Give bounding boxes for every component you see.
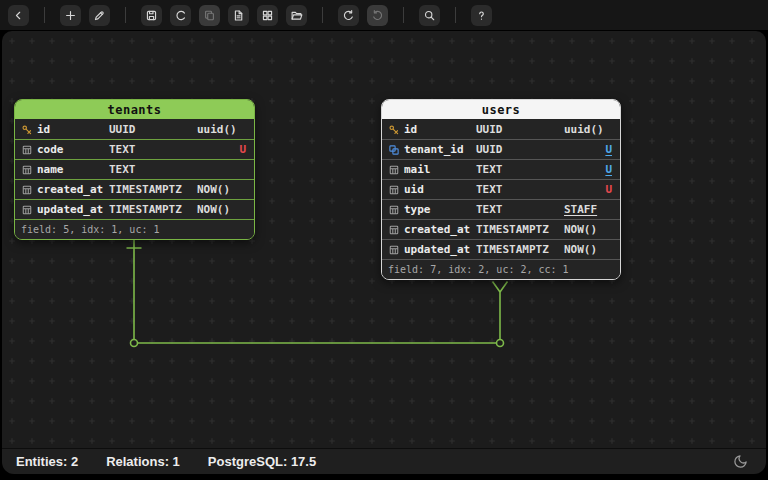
toolbar — [0, 0, 768, 30]
field-row-updated_at[interactable]: updated_atTIMESTAMPTZNOW() — [15, 199, 254, 219]
field-unique-marker: U — [605, 163, 612, 176]
open-folder-button[interactable] — [286, 5, 307, 26]
field-name: mail — [404, 163, 476, 176]
fk-icon — [388, 144, 404, 156]
key-icon — [388, 124, 404, 136]
back-icon — [12, 9, 25, 22]
field-default: NOW() — [197, 203, 242, 216]
back-button[interactable] — [8, 5, 29, 26]
edit-button[interactable] — [89, 5, 110, 26]
table-header-users[interactable]: users — [382, 100, 620, 119]
entity-table-users[interactable]: usersidUUIDuuid()tenant_idUUIDUmailTEXTU… — [381, 99, 621, 280]
undo-icon — [342, 9, 355, 22]
field-name: created_at — [404, 223, 476, 236]
toolbar-divider — [322, 7, 323, 23]
help-button[interactable] — [471, 5, 492, 26]
field-type: TIMESTAMPTZ — [476, 223, 564, 236]
templates-button[interactable] — [257, 5, 278, 26]
field-name: id — [37, 123, 109, 136]
edit-icon — [93, 9, 106, 22]
moon-icon — [733, 454, 748, 469]
field-row-name[interactable]: nameTEXT — [15, 159, 254, 179]
field-default: uuid() — [197, 123, 242, 136]
field-icon — [21, 184, 37, 196]
add-table-icon — [64, 9, 77, 22]
field-icon — [388, 224, 404, 236]
theme-toggle-button[interactable] — [730, 452, 750, 472]
field-name: uid — [404, 183, 476, 196]
field-default: STAFF — [564, 203, 608, 216]
field-row-uid[interactable]: uidTEXTU — [382, 179, 620, 199]
field-type: TIMESTAMPTZ — [109, 203, 197, 216]
field-default: NOW() — [564, 223, 608, 236]
field-unique-marker: U — [605, 183, 612, 196]
relation-bend-handle[interactable] — [131, 340, 138, 347]
duplicate-button — [199, 5, 220, 26]
field-icon — [21, 204, 37, 216]
entity-table-tenants[interactable]: tenantsidUUIDuuid()codeTEXTUnameTEXTcrea… — [14, 99, 255, 240]
field-row-updated_at[interactable]: updated_atTIMESTAMPTZNOW() — [382, 239, 620, 259]
help-icon — [475, 9, 488, 22]
relation-bend-handle[interactable] — [497, 340, 504, 347]
field-icon — [388, 164, 404, 176]
export-file-button[interactable] — [228, 5, 249, 26]
status-relations: Relations: 1 — [106, 454, 180, 469]
field-type: TEXT — [109, 163, 197, 176]
field-name: created_at — [37, 183, 109, 196]
toolbar-divider — [44, 7, 45, 23]
search-icon — [423, 9, 436, 22]
field-row-code[interactable]: codeTEXTU — [15, 139, 254, 159]
field-default: uuid() — [564, 123, 608, 136]
field-row-tenant_id[interactable]: tenant_idUUIDU — [382, 139, 620, 159]
field-type: UUID — [109, 123, 197, 136]
table-footer-stats: field: 5, idx: 1, uc: 1 — [15, 219, 254, 239]
undo-button[interactable] — [338, 5, 359, 26]
field-name: updated_at — [404, 243, 476, 256]
field-row-created_at[interactable]: created_atTIMESTAMPTZNOW() — [382, 219, 620, 239]
save-button[interactable] — [141, 5, 162, 26]
field-name: code — [37, 143, 109, 156]
field-icon — [388, 184, 404, 196]
add-table-button[interactable] — [60, 5, 81, 26]
reload-button[interactable] — [170, 5, 191, 26]
field-type: TEXT — [109, 143, 197, 156]
field-row-id[interactable]: idUUIDuuid() — [382, 119, 620, 139]
key-icon — [21, 124, 37, 136]
field-name: updated_at — [37, 203, 109, 216]
status-postgres-version: PostgreSQL: 17.5 — [208, 454, 316, 469]
status-entities: Entities: 2 — [16, 454, 78, 469]
duplicate-icon — [203, 9, 216, 22]
cardinality-many-crowfoot — [493, 282, 508, 293]
field-type: UUID — [476, 123, 564, 136]
field-type: TEXT — [476, 183, 564, 196]
field-type: TEXT — [476, 163, 564, 176]
field-default: NOW() — [197, 183, 242, 196]
field-name: name — [37, 163, 109, 176]
status-bar: Entities: 2 Relations: 1 PostgreSQL: 17.… — [2, 448, 766, 474]
field-name: tenant_id — [404, 143, 476, 156]
field-type: TIMESTAMPTZ — [476, 243, 564, 256]
field-name: type — [404, 203, 476, 216]
field-unique-marker: U — [605, 143, 612, 156]
field-name: id — [404, 123, 476, 136]
toolbar-divider — [403, 7, 404, 23]
search-button[interactable] — [419, 5, 440, 26]
field-row-mail[interactable]: mailTEXTU — [382, 159, 620, 179]
templates-icon — [261, 9, 274, 22]
export-file-icon — [232, 9, 245, 22]
diagram-canvas[interactable]: tenantsidUUIDuuid()codeTEXTUnameTEXTcrea… — [2, 31, 766, 448]
open-folder-icon — [290, 9, 303, 22]
field-row-created_at[interactable]: created_atTIMESTAMPTZNOW() — [15, 179, 254, 199]
toolbar-divider — [125, 7, 126, 23]
field-default: NOW() — [564, 243, 608, 256]
redo-button — [367, 5, 388, 26]
field-icon — [21, 144, 37, 156]
reload-icon — [174, 9, 187, 22]
table-header-tenants[interactable]: tenants — [15, 100, 254, 119]
toolbar-divider — [455, 7, 456, 23]
table-footer-stats: field: 7, idx: 2, uc: 2, cc: 1 — [382, 259, 620, 279]
field-row-type[interactable]: typeTEXTSTAFF — [382, 199, 620, 219]
save-icon — [145, 9, 158, 22]
field-row-id[interactable]: idUUIDuuid() — [15, 119, 254, 139]
redo-icon — [371, 9, 384, 22]
